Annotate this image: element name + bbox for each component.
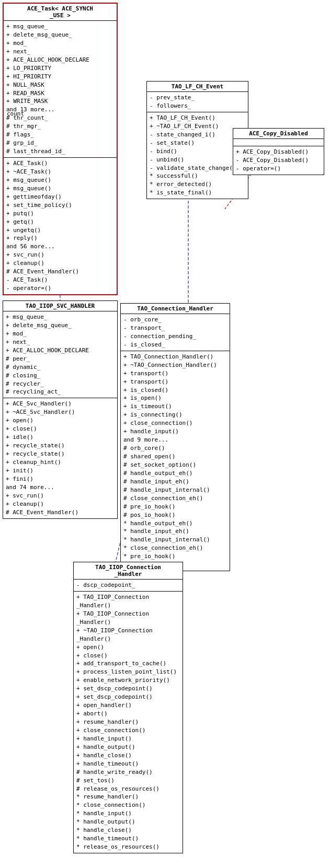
- tao-iiop-svc-handler-title: TAO_IIOP_SVC_HANDLER: [3, 301, 117, 311]
- tao-iiop-connection-handler-attrs: - dscp_codepoint_: [74, 580, 183, 592]
- tao-connection-handler-attrs: - orb_core_ - transport_ - connection_pe…: [121, 314, 230, 351]
- ace-task-attrs: + msg_queue_ + delete_msg_queue_ + mod_ …: [4, 21, 117, 158]
- tao-connection-handler-methods: + TAO_Connection_Handler() + ~TAO_Connec…: [121, 351, 230, 571]
- count-label: count: [7, 110, 24, 117]
- ace-task-methods: + ACE_Task() + ~ACE_Task() + msg_queue()…: [4, 158, 117, 294]
- tao-iiop-connection-handler-box: TAO_IIOP_Connection_Handler - dscp_codep…: [73, 562, 183, 853]
- tao-lf-ch-event-title: TAO_LF_CH_Event: [147, 82, 248, 92]
- ace-copy-disabled-methods: + ACE_Copy_Disabled() - ACE_Copy_Disable…: [233, 146, 324, 175]
- diagram-container: ACE_Task< ACE_SYNCH_USE > + msg_queue_ +…: [0, 0, 330, 868]
- tao-iiop-svc-handler-box: TAO_IIOP_SVC_HANDLER + msg_queue_ + dele…: [3, 300, 118, 519]
- tao-connection-handler-box: TAO_Connection_Handler - orb_core_ - tra…: [120, 303, 230, 571]
- tao-iiop-svc-handler-methods: + ACE_Svc_Handler() + ~ACE_Svc_Handler()…: [3, 398, 117, 518]
- tao-iiop-connection-handler-title: TAO_IIOP_Connection_Handler: [74, 562, 183, 580]
- tao-lf-ch-event-attrs: - prev_state_ - followers_: [147, 92, 248, 112]
- ace-copy-disabled-title: ACE_Copy_Disabled: [233, 129, 324, 139]
- tao-connection-handler-title: TAO_Connection_Handler: [121, 304, 230, 314]
- tao-iiop-connection-handler-methods: + TAO_IIOP_Connection _Handler() + TAO_I…: [74, 592, 183, 853]
- ace-task-box: ACE_Task< ACE_SYNCH_USE > + msg_queue_ +…: [3, 3, 118, 295]
- tao-iiop-svc-handler-attrs: + msg_queue_ + delete_msg_queue_ + mod_ …: [3, 311, 117, 398]
- ace-task-title: ACE_Task< ACE_SYNCH_USE >: [4, 4, 117, 21]
- ace-copy-disabled-box: ACE_Copy_Disabled + ACE_Copy_Disabled() …: [233, 128, 324, 175]
- ace-copy-disabled-empty: [233, 139, 324, 146]
